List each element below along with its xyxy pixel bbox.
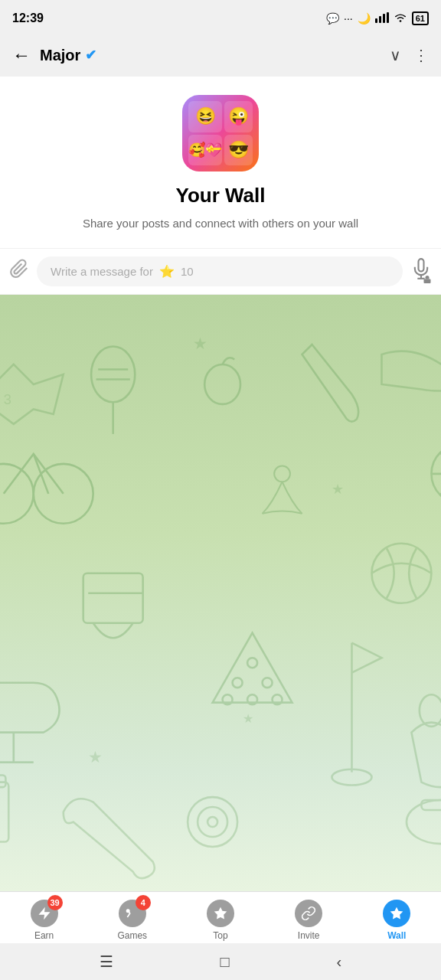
channel-name: Major — [40, 47, 80, 64]
svg-point-23 — [247, 658, 257, 668]
app-description: Share your posts and connect with others… — [83, 215, 358, 233]
app-title: Your Wall — [176, 184, 266, 207]
earn-icon-wrap: 39 — [29, 898, 60, 929]
wifi-icon — [394, 12, 407, 25]
svg-rect-20 — [83, 573, 143, 622]
back-button[interactable]: ← — [12, 44, 31, 66]
emoji-2: 😜 — [224, 101, 253, 132]
wall-label: Wall — [387, 930, 406, 941]
bottom-nav: 39 Earn 4 Games Top — [0, 891, 441, 943]
svg-point-25 — [263, 678, 273, 688]
header-title: Major ✔ — [40, 47, 381, 64]
svg-text:3: 3 — [4, 391, 11, 407]
svg-point-43 — [207, 817, 217, 827]
status-icons: 💬 ··· 🌙 61 — [326, 11, 429, 25]
games-icon-wrap: 4 — [117, 898, 148, 929]
earn-label: Earn — [34, 930, 54, 941]
message-input-area: Write a message for ⭐ 10 — [0, 248, 441, 295]
svg-text:★: ★ — [88, 747, 103, 765]
dropdown-chevron[interactable]: ∨ — [390, 46, 401, 64]
ellipsis-icon: ··· — [344, 12, 353, 24]
android-menu-button[interactable]: ☰ — [100, 952, 113, 971]
status-time: 12:39 — [12, 11, 44, 25]
svg-marker-52 — [390, 906, 403, 919]
more-options-button[interactable]: ⋮ — [413, 46, 429, 64]
android-back-button[interactable]: ‹ — [336, 953, 341, 971]
star-emoji: ⭐ — [159, 264, 175, 279]
svg-rect-2 — [383, 14, 385, 23]
app-icon: 😆 😜 🥰💝 😎 — [182, 95, 259, 172]
chat-icon: 💬 — [326, 12, 339, 24]
emoji-4: 😎 — [224, 135, 253, 166]
svg-point-42 — [198, 807, 227, 837]
emoji-3: 🥰💝 — [188, 135, 222, 166]
star-count: 10 — [181, 265, 194, 278]
attach-button[interactable] — [9, 259, 29, 283]
svg-point-10 — [91, 346, 135, 402]
battery-icon: 61 — [412, 11, 429, 25]
svg-rect-3 — [387, 12, 389, 23]
invite-icon — [295, 900, 322, 927]
nav-item-top[interactable]: Top — [196, 898, 245, 941]
games-badge: 4 — [136, 895, 151, 910]
sports-background: ★ ★ ★ ★ ★ — [0, 295, 441, 892]
nav-item-earn[interactable]: 39 Earn — [20, 898, 69, 941]
svg-point-29 — [371, 543, 431, 603]
invite-label: Invite — [298, 930, 320, 941]
message-input[interactable]: Write a message for ⭐ 10 — [37, 256, 403, 286]
android-home-button[interactable]: □ — [220, 953, 230, 971]
svg-rect-7 — [424, 279, 431, 284]
android-nav: ☰ □ ‹ — [0, 943, 441, 980]
nav-item-invite[interactable]: Invite — [284, 898, 333, 941]
svg-marker-51 — [214, 906, 227, 919]
wall-icon — [383, 900, 410, 927]
svg-text:★: ★ — [193, 335, 207, 352]
svg-marker-49 — [38, 906, 50, 920]
top-label: Top — [213, 930, 227, 941]
svg-text:★: ★ — [243, 711, 253, 724]
header: ← Major ✔ ∨ ⋮ — [0, 34, 441, 77]
svg-point-24 — [233, 678, 243, 688]
svg-point-36 — [407, 799, 441, 843]
top-icon — [207, 900, 234, 927]
message-placeholder: Write a message for — [51, 265, 153, 278]
svg-point-9 — [34, 463, 93, 523]
svg-point-8 — [0, 463, 34, 523]
voice-lock-button[interactable] — [410, 258, 432, 284]
invite-icon-wrap — [293, 898, 324, 929]
moon-icon: 🌙 — [358, 12, 371, 24]
top-icon-wrap — [205, 898, 236, 929]
status-bar: 12:39 💬 ··· 🌙 61 — [0, 0, 441, 34]
svg-rect-0 — [375, 18, 377, 23]
earn-badge: 39 — [47, 895, 63, 910]
games-label: Games — [117, 930, 147, 941]
svg-point-14 — [204, 364, 240, 403]
signal-icon — [375, 12, 389, 25]
svg-rect-39 — [0, 782, 8, 841]
header-actions: ∨ ⋮ — [390, 46, 429, 64]
svg-text:★: ★ — [332, 481, 345, 496]
verified-badge: ✔ — [85, 47, 96, 64]
nav-item-wall[interactable]: Wall — [372, 898, 421, 941]
svg-rect-1 — [379, 16, 381, 23]
svg-point-32 — [274, 466, 290, 482]
app-content: 😆 😜 🥰💝 😎 Your Wall Share your posts and … — [0, 77, 441, 891]
svg-point-41 — [188, 797, 237, 847]
wall-icon-wrap — [381, 898, 412, 929]
svg-point-4 — [399, 20, 401, 22]
nav-item-games[interactable]: 4 Games — [108, 898, 157, 941]
emoji-1: 😆 — [188, 101, 222, 132]
hero-section: 😆 😜 🥰💝 😎 Your Wall Share your posts and … — [0, 77, 441, 248]
